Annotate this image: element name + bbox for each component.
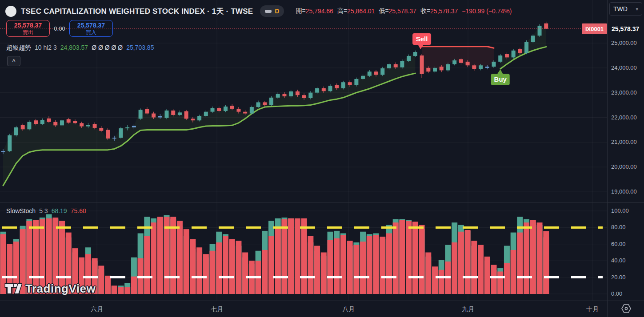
stoch-d-bar (242, 253, 248, 294)
stoch-d-bar (334, 238, 340, 294)
candle-body (217, 108, 221, 111)
candle-body (420, 55, 424, 74)
stoch-d-bar (288, 218, 294, 294)
candle-body (86, 125, 90, 126)
candle-body (518, 49, 522, 53)
candle-body (197, 116, 201, 120)
time-axis[interactable]: 六月七月八月九月十月 (0, 301, 607, 317)
symbol-title[interactable]: TSEC CAPITALIZATION WEIGHTED STOCK INDEX… (21, 6, 253, 16)
candle-body (296, 91, 300, 95)
candle-body (452, 60, 456, 64)
supertrend-params: 10 hl2 3 (35, 44, 57, 52)
stoch-tick: 60.00 (611, 241, 626, 248)
sell-button[interactable]: 25,578.37 賣出 (6, 20, 50, 37)
candle-body (34, 120, 38, 124)
stoch-d-bar (308, 236, 313, 294)
interval-label: D (275, 8, 279, 15)
stoch-legend[interactable]: SlowStoch 5 3 68.19 75.60 (6, 207, 86, 214)
candle-body (53, 122, 57, 126)
candle-body (250, 107, 254, 114)
stoch-d-bar (425, 253, 431, 294)
stoch-d-bar (452, 242, 457, 294)
candle-body (178, 112, 182, 115)
stoch-d-bar (439, 270, 444, 294)
stoch-d-bar (236, 241, 241, 294)
candle-body (505, 54, 509, 58)
stoch-d-bar (216, 242, 222, 294)
candle-body (485, 67, 489, 68)
high-label: 高= (337, 7, 347, 15)
stoch-d-bar (151, 222, 156, 294)
candle-body (93, 124, 97, 128)
collapse-legend-button[interactable]: ^ (7, 56, 20, 66)
open-label: 開= (296, 7, 305, 15)
candle-body (322, 88, 326, 91)
stoch-d-bar (328, 240, 333, 294)
candle-body (73, 121, 77, 123)
stoch-d-bar (301, 218, 307, 294)
stoch-d-bar (314, 246, 320, 294)
buy-button[interactable]: 25,578.37 買入 (69, 20, 113, 37)
candle-body (459, 59, 463, 63)
candle-body (139, 110, 143, 119)
stoch-d-bar (393, 222, 399, 294)
stoch-d-bar (229, 239, 235, 294)
close-label: 收= (420, 7, 430, 15)
candle-body (354, 79, 358, 85)
time-axis-settings-button[interactable] (621, 304, 632, 315)
stoch-d-bar (367, 236, 372, 294)
trade-panel: 25,578.37 賣出 0.00 25,578.37 買入 (6, 20, 113, 37)
candle-body (498, 55, 502, 62)
stoch-d-bar (295, 218, 300, 294)
currency-dropdown[interactable]: TWD ▾ (609, 2, 642, 16)
candle-body (119, 128, 123, 138)
chart-text: Sell (416, 35, 428, 43)
candle-body (14, 127, 18, 135)
candle-body (243, 112, 247, 114)
price-tick: 23,000.00 (611, 89, 637, 96)
change-value: −190.99 (−0.74%) (462, 8, 512, 15)
supertrend-value-blue: 25,703.85 (126, 44, 154, 52)
stoch-d-bar (268, 236, 274, 294)
stoch-d-bar (491, 265, 497, 294)
supertrend-fill (3, 52, 415, 186)
candle-body (328, 86, 332, 91)
candle-body (158, 116, 162, 118)
candle-body (152, 114, 156, 118)
stoch-d-bar (458, 232, 464, 294)
stoch-d-bar (497, 272, 503, 294)
candle-body (230, 106, 234, 109)
price-tick: 22,000.00 (611, 114, 637, 121)
bar-change-icon (265, 10, 272, 13)
symbol-logo[interactable] (5, 6, 16, 17)
candle-body (387, 64, 391, 68)
spread-value: 0.00 (50, 25, 69, 32)
stoch-d-bar (210, 251, 216, 294)
gear-icon (621, 304, 632, 313)
candle-body (440, 67, 444, 70)
candle-body (269, 98, 273, 105)
candle-body (380, 68, 384, 75)
currency-value: TWD (613, 5, 628, 12)
supertrend-fill (422, 47, 494, 74)
stoch-name: SlowStoch (6, 207, 36, 214)
stoch-d-bar (419, 225, 425, 294)
stoch-d-bar (511, 250, 516, 294)
candle-body (335, 85, 339, 88)
stoch-params: 5 3 (39, 207, 48, 214)
stoch-d-bar (517, 233, 523, 294)
candle-body (204, 112, 208, 116)
candle-body (171, 111, 175, 115)
stoch-d-bar (484, 257, 490, 294)
supertrend-legend[interactable]: 超級趨勢 10 hl2 3 24,803.57 Ø Ø Ø Ø Ø 25,703… (6, 44, 154, 52)
price-axis[interactable]: TWD ▾ 25,578.37 25,000.0024,000.0023,000… (607, 0, 644, 317)
sell-price: 25,578.37 (14, 22, 42, 29)
stoch-d-bar (177, 221, 183, 294)
candle-body (361, 76, 365, 79)
candle-body (413, 52, 417, 56)
candle-body (531, 36, 535, 42)
candle-body (256, 102, 260, 107)
candle-body (400, 61, 404, 67)
interval-selector[interactable]: D (260, 5, 284, 17)
candle-body (191, 119, 195, 120)
